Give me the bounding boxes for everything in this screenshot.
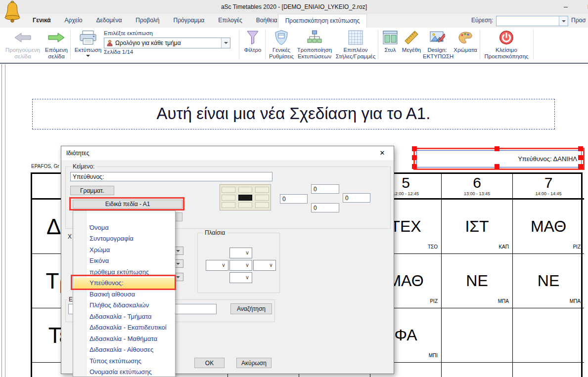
selection-handle[interactable] — [412, 146, 417, 151]
grid-icon — [348, 30, 363, 45]
next-page-button[interactable]: Επόμενη σελίδα — [43, 29, 70, 60]
dialog-close-button[interactable]: ✕ — [371, 146, 394, 160]
alignment-grid[interactable] — [220, 184, 271, 210]
arrow-left-icon — [14, 32, 32, 43]
timetable-cell[interactable]: ΙΣΤ ΚΑΠ — [442, 200, 513, 254]
print-button[interactable]: Εκτύπωση — [72, 29, 104, 59]
report-heading[interactable]: Αυτή είναι μια νέα Σχεδίαση για το Α1. — [32, 99, 555, 129]
printout-combobox[interactable]: Ωρολόγιο για κάθε τμήμα — [104, 38, 230, 48]
frame-left-combobox[interactable]: ∨ — [206, 260, 228, 271]
filter-button[interactable]: Φίλτρο — [241, 29, 265, 53]
margin-bottom-input[interactable] — [311, 203, 339, 212]
style-button[interactable]: Στυλ — [380, 29, 400, 53]
align-cell[interactable] — [255, 195, 269, 201]
search-input[interactable] — [497, 16, 559, 26]
selection-handle[interactable] — [495, 146, 499, 151]
search-combobox[interactable] — [496, 16, 568, 26]
timetable-cell[interactable] — [513, 363, 584, 377]
window-title: aSc Timetables 2020 - [DEMO_ENIAIO_LYKEI… — [0, 0, 588, 14]
timetable-cell[interactable]: ΝΕ ΜΠΑ — [442, 254, 513, 308]
selection-handle[interactable] — [412, 155, 417, 160]
align-cell[interactable] — [255, 202, 269, 208]
picture-pencil-icon — [429, 30, 445, 45]
menu-item-lessons-classes[interactable]: Διδασκαλία - Τμήματα — [74, 311, 175, 322]
search-dropdown-button[interactable] — [559, 16, 568, 26]
search-button[interactable]: Αναζήτηση — [230, 303, 272, 314]
arrow-right-icon — [47, 32, 65, 43]
selection-handle[interactable] — [578, 146, 583, 151]
select-printout-group: Επιλέξτε εκτύπωση Ωρολόγιο για κάθε τμήμ… — [104, 29, 235, 63]
align-cell[interactable] — [238, 202, 252, 208]
margin-left-input[interactable] — [280, 194, 308, 204]
extra-columns-rows-button[interactable]: Επιπλέον Στήλες/Γραμμές — [335, 29, 376, 60]
menu-programma[interactable]: Πρόγραμμα — [167, 14, 212, 28]
tab-print-preview[interactable]: Προεπισκόπηση εκτύπωσης — [278, 14, 367, 28]
selection-handle[interactable] — [412, 164, 417, 169]
close-preview-button[interactable]: Κλείσιμο Προεπισκόπησης — [481, 29, 532, 60]
select-printout-label: Επιλέξτε εκτύπωση — [104, 30, 235, 36]
margin-top-input[interactable] — [311, 184, 339, 194]
selection-handle[interactable] — [495, 164, 499, 169]
left-group-label-fragment: Χ — [68, 233, 72, 240]
general-settings-button[interactable]: Γενικές Ρυθμίσεις — [267, 29, 296, 60]
chevron-down-icon: ∨ — [222, 262, 226, 268]
text-value-input[interactable] — [70, 172, 272, 181]
align-cell[interactable] — [238, 187, 252, 193]
timetable-cell[interactable]: ΜΑΘ ΡΙΖ — [513, 200, 584, 254]
menu-item-color[interactable]: Χρώμα — [74, 245, 175, 255]
menu-genika[interactable]: Γενικά — [26, 14, 58, 28]
frame-top-combobox[interactable]: ∨ — [229, 248, 252, 258]
align-cell-selected[interactable] — [238, 195, 252, 201]
style-panels-icon — [383, 31, 398, 44]
previous-page-button[interactable]: Προηγούμενη σελίδα — [3, 29, 43, 60]
menu-item-home-room[interactable]: Βασική αίθουσα — [74, 289, 175, 300]
sizes-button[interactable]: Μεγέθη — [400, 29, 423, 53]
align-cell[interactable] — [255, 187, 269, 193]
menu-item-lessons-rooms[interactable]: Διδασκαλία - Αίθουσες — [74, 344, 175, 355]
menu-archeio[interactable]: Αρχείο — [58, 14, 90, 28]
timetable-cell[interactable] — [442, 363, 513, 377]
timetable-cell[interactable] — [442, 308, 513, 363]
dialog-title-bar[interactable]: Ιδιότητες ✕ — [61, 146, 394, 160]
toolbar-separator — [239, 30, 239, 59]
maximize-button[interactable]: □ — [580, 0, 588, 14]
frame-center-combobox[interactable]: ∨ — [229, 260, 252, 271]
menu-item-print-type[interactable]: Τύπος εκτύπωσης — [74, 356, 175, 367]
modify-printouts-button[interactable]: Τροποποίηση Εκτυπώσεων — [295, 29, 334, 60]
dropdown-arrow-icon — [176, 276, 180, 280]
menu-provoli[interactable]: Προβολή — [129, 14, 166, 28]
menu-item-picture[interactable]: Εικόνα — [74, 255, 175, 266]
menu-item-name[interactable]: Όνομα — [74, 222, 175, 233]
timetable-cell[interactable]: ΝΕ ΜΠΑ — [513, 254, 584, 308]
toolbar: Προηγούμενη σελίδα Επόμενη σελίδα Εκτύπω… — [0, 28, 588, 64]
font-button[interactable]: Γραμματ. — [70, 186, 114, 195]
frame-bottom-combobox[interactable]: ∨ — [229, 272, 252, 283]
colors-button[interactable]: Χρώματα — [451, 29, 480, 53]
menu-item-lesson-count[interactable]: Πλήθος διδασκαλιών — [74, 300, 175, 311]
menu-epiloges[interactable]: Επιλογές — [211, 14, 249, 28]
menu-dedomena[interactable]: Δεδομένα — [89, 14, 129, 28]
menu-item-lessons-subjects[interactable]: Διδασκαλία - Μαθήματα — [74, 334, 175, 344]
selected-text-element[interactable]: Υπεύθυνος: ΔΑΝΙΗΛ — [413, 147, 585, 170]
page-edge-line — [5, 64, 5, 377]
minimize-button[interactable]: – — [555, 0, 576, 14]
align-cell[interactable] — [222, 187, 235, 193]
dropdown-arrow-icon — [176, 263, 180, 267]
align-cell[interactable] — [222, 195, 235, 201]
printout-dropdown-button[interactable] — [221, 38, 230, 48]
frame-right-combobox[interactable]: ∨ — [253, 260, 276, 271]
design-button[interactable]: Design: ΕΚΤΥΠΩΣΗ — [423, 29, 452, 60]
menu-item-print-name[interactable]: Ονομασία εκτύπωσης — [74, 367, 175, 377]
print-dropdown-arrow-icon — [86, 55, 90, 59]
selection-handle[interactable] — [578, 164, 583, 169]
ok-button[interactable]: OK — [194, 358, 225, 368]
menu-item-abbreviation[interactable]: Συντομογραφία — [74, 233, 175, 244]
menubar-right-text[interactable]: Προσ — [571, 14, 586, 28]
funnel-icon — [246, 30, 259, 45]
selection-handle[interactable] — [578, 155, 583, 160]
margin-right-input[interactable] — [343, 193, 370, 203]
cancel-button[interactable]: Ακύρωση — [236, 358, 271, 368]
menu-item-lessons-teachers[interactable]: Διδασκαλία - Εκαπιδευτικοί — [74, 322, 175, 333]
align-cell[interactable] — [222, 202, 235, 208]
timetable-cell[interactable] — [513, 308, 584, 363]
